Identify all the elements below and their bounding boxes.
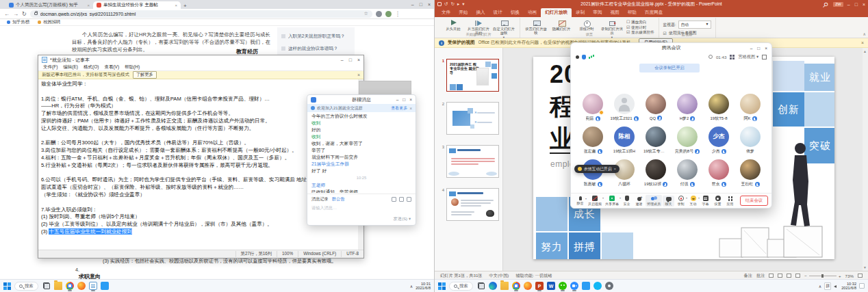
volume-icon[interactable] [834, 284, 839, 288]
tray-expand-icon[interactable]: ∧ [819, 284, 821, 289]
slide-thumbnail-2[interactable]: 2 ✕ ✕ [437, 102, 502, 135]
ribbon-tab[interactable]: 插入 [472, 8, 489, 17]
reload-icon[interactable]: ↻ [22, 11, 27, 17]
participant-tile[interactable]: 少杰 少杰 [703, 127, 735, 159]
participant-avatar[interactable] [614, 94, 635, 114]
task-view-icon[interactable] [42, 281, 52, 291]
meeting-titlebar[interactable]: 腾讯会议 – □ × [571, 43, 771, 53]
notepad-menu-item[interactable]: 查看(V) [102, 64, 121, 70]
undo-icon[interactable]: ↺ [444, 2, 448, 7]
tooltip-close-icon[interactable]: × [614, 167, 617, 171]
notification-center-icon[interactable] [859, 283, 865, 289]
participant-avatar[interactable] [709, 159, 729, 180]
captions-icon[interactable]: 字幕 [700, 195, 711, 207]
participant-tile[interactable]: 依梦 [735, 127, 766, 159]
meeting-close-button[interactable]: × [765, 46, 767, 51]
participant-avatar[interactable] [583, 94, 603, 114]
infobar-button[interactable]: 了解更多 [133, 71, 157, 79]
edge-icon[interactable] [488, 281, 498, 291]
grid-view-icon[interactable] [730, 55, 735, 59]
ppt-minimize-button[interactable]: – [847, 2, 850, 7]
powerpoint-icon[interactable]: P [535, 281, 545, 291]
zoom-slider[interactable]: −+ [804, 274, 841, 278]
ribbon-tab[interactable]: 切换 [507, 8, 524, 17]
end-meeting-button[interactable]: 结束会议 [740, 196, 768, 206]
user-account-badge[interactable]: ZW [833, 2, 843, 7]
qq-icon[interactable] [593, 281, 603, 291]
participant-tile[interactable]: 19软12班 [640, 159, 672, 192]
vscode-icon[interactable] [100, 281, 110, 291]
participant-tile[interactable]: 19软工2321 [609, 94, 640, 127]
participant-tile[interactable]: 张宏鑫 [577, 127, 609, 159]
infobar-close-icon[interactable]: × [357, 72, 360, 77]
browser-tab[interactable]: 单招生就业经验分享 主题帖 × [93, 1, 181, 9]
apps-icon[interactable]: 应用 [724, 195, 736, 207]
participant-avatar[interactable] [740, 94, 761, 114]
participant-avatar[interactable] [646, 159, 666, 180]
notepad-minimize-button[interactable]: – [341, 57, 344, 62]
ribbon-tab[interactable]: 审阅 [589, 8, 606, 17]
meeting-security-icon[interactable] [582, 55, 586, 59]
participant-tile[interactable]: 王衍红 [735, 159, 766, 192]
accessibility-status[interactable]: 辅助功能: 一切就绪 [515, 273, 552, 279]
file-icon[interactable] [407, 197, 411, 202]
participant-avatar[interactable] [646, 94, 666, 114]
participant-tile[interactable]: 世永 [703, 159, 735, 192]
participant-tile[interactable]: H梦2 [672, 94, 703, 127]
bookmark-item[interactable]: 校园招聘 [38, 19, 60, 25]
file-explorer-icon[interactable] [500, 281, 510, 291]
ribbon-tab[interactable]: 百度网盘 [641, 8, 667, 17]
invite-icon[interactable]: 邀请 [633, 196, 645, 207]
fit-slide-icon[interactable] [858, 274, 863, 278]
tab-close-icon[interactable]: × [87, 3, 90, 8]
chat-close-button[interactable]: × [409, 97, 412, 102]
bar-close-icon[interactable]: × [861, 40, 864, 45]
record-icon[interactable]: 录制 ▾ [675, 195, 687, 207]
language-indicator[interactable]: 中文(中国) [489, 273, 509, 279]
camera-off-icon[interactable]: 开启视频 ▾ [587, 195, 603, 207]
emoji-icon[interactable] [392, 197, 396, 202]
participant-tile[interactable]: 完美的8号 [672, 127, 703, 159]
browser-menu-icon[interactable]: ⋮ [395, 11, 400, 17]
chat-icon[interactable]: 聊天 [663, 196, 674, 207]
meeting-minimize-button[interactable]: – [750, 46, 753, 51]
scroll-up-icon[interactable]: ▲ [863, 49, 867, 53]
comments-button[interactable]: 批注 [756, 273, 765, 279]
view-mode-dropdown[interactable]: 宫格视图 ▾ [738, 54, 758, 60]
browser-close-button[interactable]: × [428, 2, 431, 7]
vscode-icon[interactable] [581, 281, 591, 291]
canvas-scrollbar[interactable]: ▲ ▼ [863, 48, 868, 271]
extensions-icon[interactable] [376, 11, 382, 17]
ribbon-checkbox[interactable]: ☐ 播放旁白 [626, 20, 654, 25]
chat-message-list[interactable]: 今年的三方协议什么时候发 收到 好的 收到 收到，谢谢，大家辛苦了 辛苦了 就业… [311, 113, 411, 193]
address-bar[interactable]: docman.gweb.cn/zj/jxs_syd/2201112970.sht… [30, 10, 372, 18]
tencent-meeting-icon[interactable] [570, 281, 580, 291]
notepad-maximize-button[interactable]: □ [349, 57, 352, 62]
banner-close-icon[interactable]: × [409, 106, 412, 111]
chat-input[interactable]: 请输入消息… [311, 205, 411, 211]
ribbon-tab[interactable]: 幻灯片放映 [541, 8, 572, 17]
slide-thumbnail-4[interactable]: 4 [437, 188, 502, 221]
participant-avatar[interactable] [740, 159, 761, 180]
wechat-icon[interactable] [558, 281, 568, 291]
ppt-titlebar[interactable]: ↺ ↻ ▸ ▾ 2021届软件工程专业毕业生就业指导.pptx - 受保护的视图… [435, 0, 868, 8]
participant-avatar[interactable]: 陈相 [614, 127, 635, 147]
participant-avatar[interactable] [677, 159, 698, 180]
slideshow-view-icon[interactable] [795, 274, 800, 278]
settings-icon[interactable]: 设置 [712, 195, 724, 207]
group-announcement-link[interactable]: 群公告 [332, 196, 345, 202]
save-icon[interactable] [437, 2, 442, 6]
chat-titlebar[interactable]: 群聊消息 – □ × [307, 95, 416, 104]
chrome-icon[interactable] [511, 281, 522, 291]
slide-thumbnail-1[interactable]: 1 2021届软件工 程专业毕业生 就业指导 [437, 59, 502, 92]
share-screen-icon[interactable]: 共享屏幕 ▾ [604, 195, 620, 207]
new-tab-button[interactable]: + [183, 3, 187, 9]
back-icon[interactable]: ← [4, 11, 10, 17]
participant-tile[interactable]: 付强 [672, 159, 703, 192]
settings-icon[interactable] [604, 281, 615, 291]
notepad-menu-item[interactable]: 帮助(H) [123, 64, 142, 70]
notepad-menu-item[interactable]: 文件(F) [41, 64, 60, 70]
related-question-link[interactable]: 这样的就业协议靠谱吗？ [281, 42, 350, 55]
screenshot-icon[interactable] [399, 197, 404, 202]
ribbon-collapse-icon[interactable]: ∧ [863, 31, 866, 36]
